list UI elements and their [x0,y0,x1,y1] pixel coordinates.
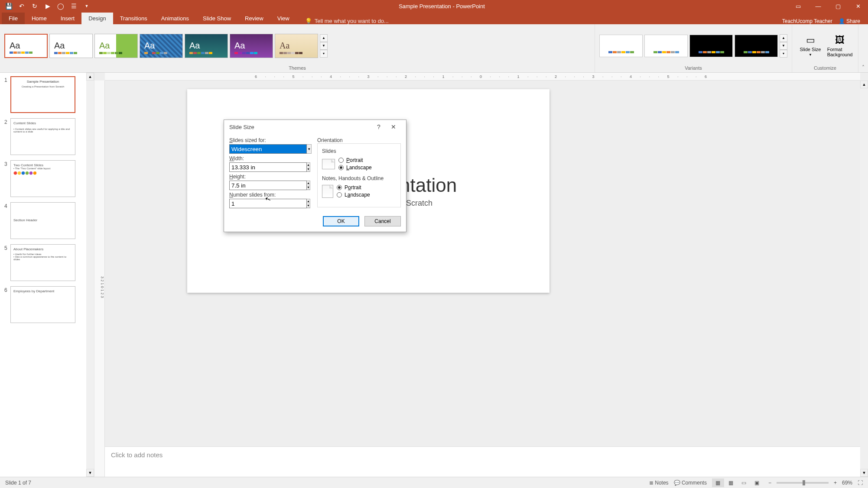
theme-thumb-5[interactable]: Aa [185,34,228,58]
variant-thumb-3[interactable] [689,35,733,57]
variants-group: ▲▼▾ Variants [595,24,792,72]
theme-thumb-1[interactable]: Aa [4,34,48,58]
tell-me-placeholder: Tell me what you want to do... [315,18,389,24]
ribbon-options-icon[interactable]: ▭ [788,0,808,12]
tab-transitions[interactable]: Transitions [113,13,154,24]
theme-thumb-3[interactable]: Aa [94,34,138,58]
variant-thumb-2[interactable] [644,35,688,57]
close-button[interactable]: ✕ [848,0,868,12]
window-controls: ▭ — ▢ ✕ [788,0,868,12]
tab-animations[interactable]: Animations [154,13,196,24]
themes-gallery-expand[interactable]: ▲▼▾ [320,34,328,58]
tab-design[interactable]: Design [81,13,113,24]
ribbon: Aa Aa Aa Aa Aa Aa Aa ▲▼▾ Themes ▲▼▾ Vari… [0,24,868,73]
themes-group: Aa Aa Aa Aa Aa Aa Aa ▲▼▾ Themes [0,24,595,72]
customize-group-label: Customize [793,65,857,71]
tab-slideshow[interactable]: Slide Show [196,13,238,24]
redo-icon[interactable]: ↻ [29,1,40,11]
variants-group-label: Variants [596,65,791,71]
maximize-button[interactable]: ▢ [828,0,848,12]
bulb-icon: 💡 [305,18,312,24]
share-button[interactable]: 👤 Share [839,18,860,24]
variants-gallery-expand[interactable]: ▲▼▾ [780,34,787,58]
tell-me-search[interactable]: 💡 Tell me what you want to do... [305,18,389,24]
ribbon-tabs: File Home Insert Design Transitions Anim… [0,12,868,24]
theme-thumb-2[interactable]: Aa [49,34,93,58]
user-name[interactable]: TeachUcomp Teacher [782,18,832,24]
variant-thumb-1[interactable] [599,35,643,57]
tab-file[interactable]: File [2,13,25,24]
tab-insert[interactable]: Insert [54,13,82,24]
start-from-beginning-icon[interactable]: ▶ [42,1,53,11]
tab-view[interactable]: View [270,13,296,24]
tab-home[interactable]: Home [25,13,54,24]
tab-review[interactable]: Review [238,13,270,24]
theme-thumb-4[interactable]: Aa [140,34,183,58]
themes-group-label: Themes [1,65,594,71]
theme-thumb-6[interactable]: Aa [230,34,273,58]
window-title: Sample Presentation - PowerPoint [95,3,788,10]
slide-size-icon: ▭ [806,35,815,46]
variant-thumb-4[interactable] [735,35,778,57]
qat-more-icon[interactable]: ▼ [81,1,92,11]
customize-group: ▭ Slide Size ▼ 🖼 Format Background Custo… [792,24,858,72]
slide-size-button[interactable]: ▭ Slide Size ▼ [796,33,824,58]
format-background-button[interactable]: 🖼 Format Background [826,33,854,59]
minimize-button[interactable]: — [808,0,828,12]
format-background-icon: 🖼 [835,35,845,46]
quick-access-toolbar: 💾 ↶ ↻ ▶ ◯ ☰ ▼ [0,1,95,11]
circle-icon[interactable]: ◯ [55,1,66,11]
title-bar: 💾 ↶ ↻ ▶ ◯ ☰ ▼ Sample Presentation - Powe… [0,0,868,12]
theme-thumb-7[interactable]: Aa [275,34,318,58]
touch-mode-icon[interactable]: ☰ [68,1,79,11]
save-icon[interactable]: 💾 [3,1,14,11]
undo-icon[interactable]: ↶ [16,1,27,11]
collapse-ribbon-icon[interactable]: ˄ [858,63,868,72]
